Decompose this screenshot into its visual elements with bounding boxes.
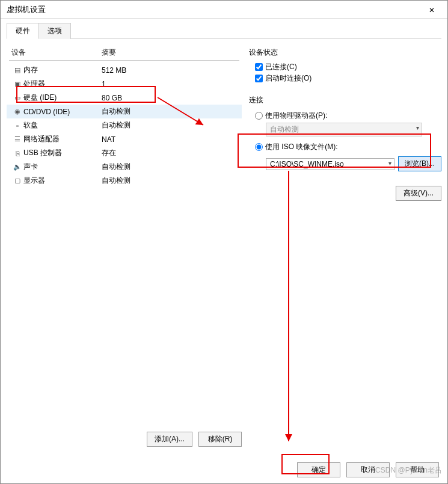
connect-at-poweron-label[interactable]: 启动时连接(O) xyxy=(265,73,311,84)
status-title: 设备状态 xyxy=(249,47,441,58)
use-iso-radio[interactable] xyxy=(255,143,263,151)
connected-checkbox[interactable] xyxy=(255,63,263,71)
device-name: CD/DVD (IDE) xyxy=(23,108,102,116)
connected-label[interactable]: 已连接(C) xyxy=(265,62,297,72)
cancel-button[interactable]: 取消 xyxy=(346,462,390,477)
device-name: 显示器 xyxy=(23,176,102,186)
floppy-icon: ▫ xyxy=(16,122,19,129)
device-summary: 自动检测 xyxy=(102,176,237,186)
device-name: 内存 xyxy=(23,65,102,75)
connection-group: 连接 使用物理驱动器(P): 自动检测 使用 ISO 映像文件(M): xyxy=(249,93,441,171)
header-divider xyxy=(9,60,239,61)
tab-options[interactable]: 选项 xyxy=(38,23,71,39)
device-summary: 80 GB xyxy=(102,94,237,102)
sound-icon: 🔈 xyxy=(13,163,22,171)
device-row-nic[interactable]: ☰ 网络适配器 NAT xyxy=(7,132,242,146)
content-area: 硬件 选项 设备 摘要 ▤ 内存 512 MB ▣ xyxy=(1,19,447,456)
device-name: 网络适配器 xyxy=(23,134,102,144)
connection-title: 连接 xyxy=(249,95,441,105)
device-row-floppy[interactable]: ▫ 软盘 自动检测 xyxy=(7,118,242,132)
device-name: 硬盘 (IDE) xyxy=(23,93,102,103)
close-button[interactable]: ✕ xyxy=(420,5,444,14)
device-summary: 1 xyxy=(102,80,237,88)
browse-button[interactable]: 浏览(B)... xyxy=(398,156,441,171)
display-icon: ▢ xyxy=(14,177,20,185)
device-name: 软盘 xyxy=(23,120,102,130)
device-row-display[interactable]: ▢ 显示器 自动检测 xyxy=(7,174,242,188)
iso-path-combo[interactable]: C:\ISO\SC_WINME.iso xyxy=(266,158,394,170)
device-row-cpu[interactable]: ▣ 处理器 1 xyxy=(7,77,242,91)
add-device-button[interactable]: 添加(A)... xyxy=(147,432,192,447)
device-name: 声卡 xyxy=(23,162,102,172)
device-name: 处理器 xyxy=(23,79,102,89)
disk-icon: ▭ xyxy=(14,94,20,102)
device-status-group: 设备状态 已连接(C) 启动时连接(O) xyxy=(249,45,441,84)
device-row-sound[interactable]: 🔈 声卡 自动检测 xyxy=(7,160,242,174)
ok-button[interactable]: 确定 xyxy=(297,462,340,477)
usb-icon: ⎘ xyxy=(16,150,20,157)
panes: 设备 摘要 ▤ 内存 512 MB ▣ 处理器 1 xyxy=(7,39,441,450)
device-row-usb[interactable]: ⎘ USB 控制器 存在 xyxy=(7,146,242,160)
cd-icon: ◉ xyxy=(14,108,20,115)
help-button[interactable]: 帮助 xyxy=(396,462,439,477)
window-title: 虚拟机设置 xyxy=(7,4,46,15)
header-device: 设备 xyxy=(11,47,102,58)
tab-hardware[interactable]: 硬件 xyxy=(7,23,39,39)
nic-icon: ☰ xyxy=(14,135,20,143)
use-physical-radio[interactable] xyxy=(255,112,263,120)
device-row-cddvd[interactable]: ◉ CD/DVD (IDE) 自动检测 xyxy=(7,105,242,118)
settings-pane: 设备状态 已连接(C) 启动时连接(O) 连接 使用物理驱动器(P): xyxy=(249,45,441,450)
device-name: USB 控制器 xyxy=(23,148,102,158)
advanced-row: 高级(V)... xyxy=(249,180,441,201)
connect-at-poweron-checkbox[interactable] xyxy=(255,75,263,82)
memory-icon: ▤ xyxy=(14,66,20,74)
close-icon: ✕ xyxy=(429,6,435,14)
tab-strip: 硬件 选项 xyxy=(7,22,441,39)
titlebar: 虚拟机设置 ✕ xyxy=(1,1,447,19)
device-buttons: 添加(A)... 移除(R) xyxy=(7,428,242,450)
device-pane: 设备 摘要 ▤ 内存 512 MB ▣ 处理器 1 xyxy=(7,45,242,450)
cpu-icon: ▣ xyxy=(14,80,20,88)
device-list: ▤ 内存 512 MB ▣ 处理器 1 ▭ 硬盘 (IDE) 80 GB xyxy=(7,63,242,428)
device-summary: 自动检测 xyxy=(102,162,237,172)
device-summary: NAT xyxy=(102,135,237,144)
device-summary: 自动检测 xyxy=(102,120,237,130)
device-row-memory[interactable]: ▤ 内存 512 MB xyxy=(7,63,242,77)
use-physical-label[interactable]: 使用物理驱动器(P): xyxy=(265,111,327,121)
physical-drive-combo: 自动检测 xyxy=(266,123,422,136)
advanced-button[interactable]: 高级(V)... xyxy=(396,186,441,201)
device-list-header: 设备 摘要 xyxy=(7,45,242,60)
device-summary: 存在 xyxy=(102,148,237,158)
vm-settings-window: 虚拟机设置 ✕ 硬件 选项 设备 摘要 ▤ 内存 512 MB xyxy=(0,0,448,484)
device-summary: 512 MB xyxy=(102,66,237,75)
use-iso-label[interactable]: 使用 ISO 映像文件(M): xyxy=(265,142,338,152)
header-summary: 摘要 xyxy=(102,47,237,58)
remove-device-button[interactable]: 移除(R) xyxy=(198,432,242,447)
device-row-disk[interactable]: ▭ 硬盘 (IDE) 80 GB xyxy=(7,91,242,105)
dialog-footer: 确定 取消 帮助 xyxy=(1,456,447,483)
device-summary: 自动检测 xyxy=(102,106,237,117)
